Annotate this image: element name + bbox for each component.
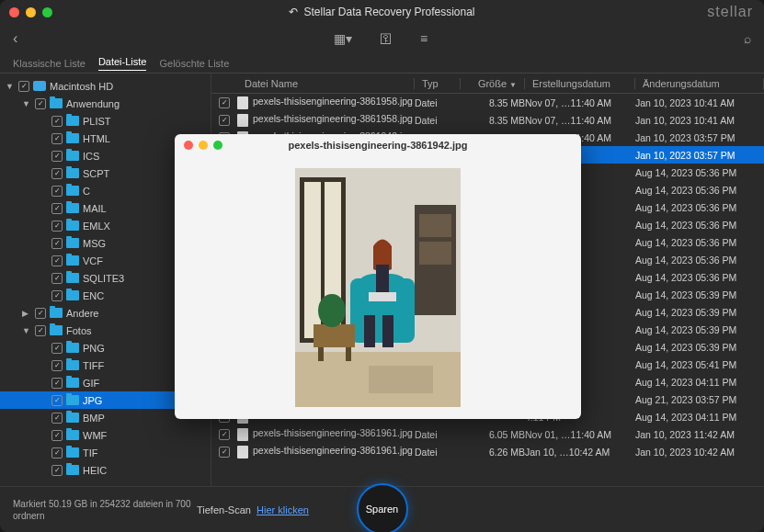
preview-window[interactable]: pexels-thisisengineering-3861942.jpg (175, 134, 581, 419)
search-icon[interactable]: ⌕ (744, 31, 751, 46)
minimize-icon[interactable] (26, 7, 36, 17)
view-tabs: Klassische ListeDatei-ListeGelöschte Lis… (0, 53, 764, 74)
tree-item[interactable]: ✓HEIC (0, 461, 211, 479)
deep-scan-link[interactable]: Hier klicken (257, 504, 309, 515)
equalizer-icon[interactable]: ≡ (420, 31, 428, 46)
close-icon[interactable] (9, 7, 19, 17)
svg-rect-8 (376, 265, 389, 292)
maximize-icon[interactable] (213, 141, 222, 150)
deep-scan: Tiefen-Scan Hier klicken (197, 504, 309, 515)
preview-title: pexels-thisisengineering-3861942.jpg (288, 140, 467, 151)
tree-item[interactable]: ✓WMF (0, 426, 211, 444)
save-button[interactable]: Sparen (357, 483, 408, 532)
titlebar: ↶Stellar Data Recovery Professional stel… (0, 0, 764, 24)
tree-item[interactable]: ▼✓Macintosh HD (0, 77, 211, 95)
svg-rect-11 (382, 315, 393, 347)
col-name[interactable]: Datei Name (237, 78, 415, 89)
table-row[interactable]: ✓pexels-thisisengineering-3861958.jpgDat… (211, 111, 764, 129)
svg-rect-9 (369, 292, 396, 301)
tab-2[interactable]: Gelöschte Liste (159, 58, 229, 69)
svg-rect-19 (369, 366, 433, 393)
svg-rect-3 (304, 182, 321, 338)
close-icon[interactable] (184, 141, 193, 150)
table-header: Datei Name Typ Größe▼ Erstellungsdatum Ä… (211, 74, 764, 94)
preview-titlebar: pexels-thisisengineering-3861942.jpg (175, 134, 581, 156)
col-modified[interactable]: Änderungsdatum (635, 78, 764, 89)
grid-view-icon[interactable]: ▦▾ (334, 31, 352, 46)
svg-rect-10 (364, 315, 375, 347)
status-text: Markiert 50.19 GB in 254232 dateien in 7… (13, 498, 197, 522)
tree-item[interactable]: ✓TIF (0, 444, 211, 461)
tab-1[interactable]: Datei-Liste (98, 56, 147, 71)
tab-0[interactable]: Klassische Liste (13, 58, 86, 69)
preview-image (175, 156, 581, 419)
tree-item[interactable]: ✓PLIST (0, 112, 211, 130)
svg-rect-13 (318, 347, 324, 361)
table-row[interactable]: ✓pexels-thisisengineering-3861958.jpgDat… (211, 94, 764, 111)
sort-desc-icon: ▼ (509, 81, 517, 89)
maximize-icon[interactable] (42, 7, 52, 17)
footer: Markiert 50.19 GB in 254232 dateien in 7… (0, 486, 764, 532)
col-created[interactable]: Erstellungsdatum (525, 78, 635, 89)
undo-icon: ↶ (289, 6, 298, 18)
app-title: ↶Stellar Data Recovery Professional (289, 6, 474, 18)
back-button[interactable]: ‹ (13, 30, 17, 47)
key-icon[interactable]: ⚿ (380, 31, 393, 46)
svg-point-15 (318, 294, 346, 327)
traffic-lights (9, 7, 52, 17)
minimize-icon[interactable] (199, 141, 208, 150)
col-type[interactable]: Typ (415, 78, 461, 89)
brand-logo: stellar (707, 4, 753, 20)
toolbar: ‹ ▦▾ ⚿ ≡ ⌕ (0, 24, 764, 53)
table-row[interactable]: ✓pexels-thisisengineering-3861961.jpgDat… (211, 443, 764, 460)
table-row[interactable]: ✓pexels-thisisengineering-3861961.jpgDat… (211, 425, 764, 443)
svg-rect-17 (419, 214, 451, 237)
svg-rect-12 (314, 324, 355, 347)
svg-rect-14 (346, 347, 351, 361)
svg-rect-18 (419, 242, 451, 265)
col-size[interactable]: Größe▼ (461, 78, 525, 89)
tree-item[interactable]: ▼✓Anwendung (0, 95, 211, 112)
